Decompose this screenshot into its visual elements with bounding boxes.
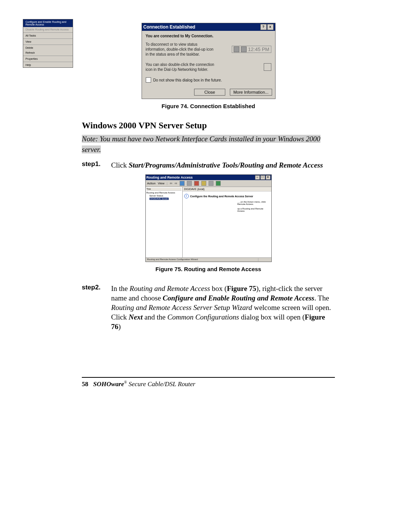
ctx-view[interactable]: View xyxy=(23,39,73,44)
step2-t4: . The xyxy=(314,294,329,302)
rra-content-pane: DIGIDAVE (local) i Configure the Routing… xyxy=(183,187,271,257)
rra-status-bar: Routing and Remote Access Configuration … xyxy=(146,257,271,262)
section-heading: Windows 2000 VPN Server Setup xyxy=(82,121,335,131)
disconnect-hint: To disconnect or to view status informat… xyxy=(146,42,216,57)
ctx-properties[interactable]: Properties xyxy=(23,56,73,61)
info-icon: i xyxy=(184,194,189,198)
status-pane xyxy=(258,258,270,261)
connected-text: You are connected to My Connection. xyxy=(146,34,271,38)
hint-line-3: up a Routing and Remote Access xyxy=(237,208,270,212)
step2-t1: In the xyxy=(111,284,130,292)
note-text: Note: You must have two Network Interfac… xyxy=(82,135,320,153)
close-x-button[interactable]: x xyxy=(267,24,274,30)
ctx-configure-enable[interactable]: Configure and Enable Routing and Remote … xyxy=(23,19,73,27)
routing-remote-access-window: Routing and Remote Access – □ x Action V… xyxy=(145,174,272,262)
do-not-show-checkbox[interactable] xyxy=(146,77,151,83)
step1-label: step1. xyxy=(82,160,103,168)
tray-time: 12:45 PM xyxy=(248,46,269,52)
tray-volume-icon xyxy=(234,46,239,52)
toolbar-delete-icon[interactable] xyxy=(194,181,199,186)
ctx-refresh[interactable]: Refresh xyxy=(23,50,73,55)
dialog-title: Connection Established xyxy=(143,24,196,30)
step2-body: In the Routing and Remote Access box (Fi… xyxy=(111,284,335,331)
registered-icon: ® xyxy=(124,380,127,384)
tree-root[interactable]: Routing and Remote Access xyxy=(147,192,182,194)
menu-view[interactable]: View xyxy=(158,182,164,185)
ctx-all-tasks[interactable]: All Tasks xyxy=(23,33,73,38)
dun-icon xyxy=(264,63,271,71)
footer-product: Secure Cable/DSL Router xyxy=(127,380,196,388)
tray-network-icon xyxy=(241,46,247,52)
dialog-titlebar: Connection Established ? x xyxy=(142,23,275,31)
ctx-delete[interactable]: Delete xyxy=(23,45,73,50)
page-footer: 58 SOHOware® Secure Cable/DSL Router xyxy=(82,377,335,388)
ctx-help[interactable]: Help xyxy=(23,62,73,67)
toolbar-icon-2[interactable] xyxy=(187,181,192,186)
step2-b1: Figure 75 xyxy=(227,284,256,292)
step2-it1: Routing and Remote Access xyxy=(130,284,210,292)
toolbar-icon-5[interactable] xyxy=(209,181,213,186)
step2-t8: ) xyxy=(118,323,121,331)
step2-t6: and the xyxy=(143,313,167,321)
step2-t7: dialog box will open ( xyxy=(239,313,305,321)
taskbar-tray: 12:45 PM xyxy=(232,46,271,53)
tree-server-node[interactable]: DIGIDAVE (local) xyxy=(150,198,169,200)
figure75-caption: Figure 75. Routing and Remote Access xyxy=(82,266,335,272)
status-text: Routing and Remote Access Configuration … xyxy=(147,258,198,261)
rra-toolbar: Action View | ⇦ ⇨ xyxy=(146,180,271,187)
context-menu: Configure and Enable Routing and Remote … xyxy=(23,19,73,68)
rra-titlebar: Routing and Remote Access – □ x xyxy=(146,175,271,180)
config-title-text: Configure the Routing and Remote Access … xyxy=(190,195,253,198)
tree-header: Tree xyxy=(147,188,182,191)
figure74-caption: Figure 74. Connection Established xyxy=(82,103,335,109)
page-number: 58 xyxy=(82,380,88,388)
rra-title: Routing and Remote Access xyxy=(147,176,193,179)
toolbar-icon-1[interactable] xyxy=(180,181,185,186)
rra-close-icon[interactable]: x xyxy=(266,175,271,180)
close-button[interactable]: Close xyxy=(194,89,225,96)
rra-min-icon[interactable]: – xyxy=(255,175,260,180)
rra-tree-pane: Tree Routing and Remote Access Server St… xyxy=(146,187,183,257)
connection-established-dialog: Connection Established ? x You are conne… xyxy=(142,23,276,99)
more-info-button[interactable]: More Information... xyxy=(230,89,272,96)
footer-brand: SOHOware xyxy=(93,380,124,388)
step2-bi2: Next xyxy=(129,313,143,321)
ctx-disable: Disable Routing and Remote Access xyxy=(23,27,73,32)
step2-t2: box ( xyxy=(210,284,227,292)
rra-max-icon[interactable]: □ xyxy=(260,175,265,180)
help-button[interactable]: ? xyxy=(260,24,267,30)
step2-it2: Routing and Remote Access Server Setup W… xyxy=(111,304,252,312)
toolbar-refresh-icon[interactable] xyxy=(216,181,221,186)
dun-hint: You can also double-click the connection… xyxy=(146,62,216,72)
do-not-show-label: Do not show this dialog box in the futur… xyxy=(153,78,222,82)
step1-path: Start/Programs/Administrative Tools/Rout… xyxy=(129,161,323,169)
step2-it3: Common Configurations xyxy=(167,313,239,321)
toolbar-fwd-icon[interactable]: ⇨ xyxy=(175,182,177,185)
step1-pre: Click xyxy=(111,161,129,169)
step2-bi1: Configure and Enable Routing and Remote … xyxy=(163,294,314,302)
toolbar-back-icon[interactable]: ⇦ xyxy=(170,182,172,185)
step2-label: step2. xyxy=(82,284,103,291)
menu-action[interactable]: Action xyxy=(147,182,156,185)
tree-server-status[interactable]: Server Status xyxy=(147,195,182,197)
toolbar-icon-4[interactable] xyxy=(201,181,206,186)
rra-content-header: DIGIDAVE (local) xyxy=(183,187,271,192)
step1-body: Click Start/Programs/Administrative Tool… xyxy=(111,160,323,170)
